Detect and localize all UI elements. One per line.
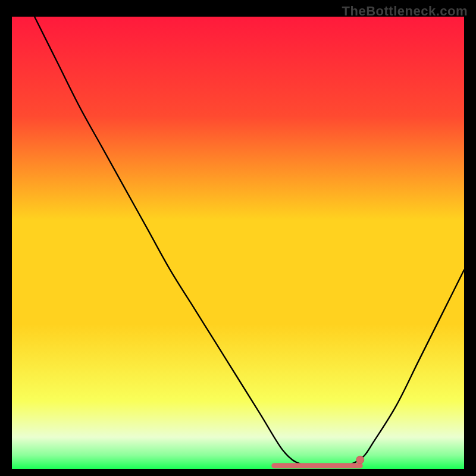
chart-stage: TheBottleneck.com — [0, 0, 476, 476]
gradient-background — [12, 17, 464, 469]
bottleneck-chart — [12, 17, 464, 469]
marker-dot — [356, 456, 364, 464]
watermark-text: TheBottleneck.com — [342, 4, 468, 19]
plot-container — [12, 17, 464, 469]
